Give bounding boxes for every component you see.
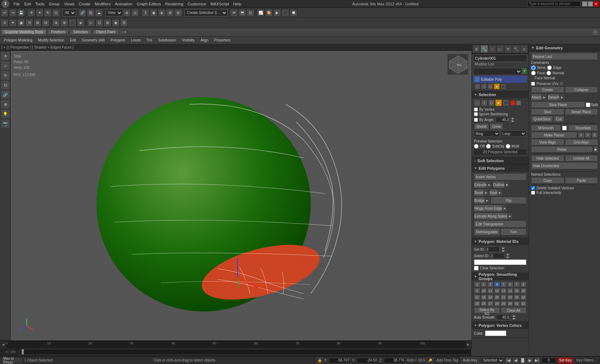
sg-16[interactable]: 16	[520, 288, 527, 294]
sg-1[interactable]: 1	[474, 281, 480, 287]
sel-border[interactable]: ⬡	[488, 100, 495, 106]
edit-triangulation-button[interactable]: Edit Triangulation	[474, 220, 526, 228]
ep-poly-icon[interactable]: ■	[494, 84, 500, 89]
graphite-tab-main[interactable]: Graphite Modeling Tools	[1, 29, 46, 35]
sg-32[interactable]: 32	[520, 301, 527, 306]
hinge-arrow[interactable]: ▶	[502, 205, 508, 212]
tb-icon4[interactable]: ⊟	[174, 9, 182, 17]
sg-11[interactable]: 11	[487, 288, 494, 294]
by-angle-checkbox[interactable]	[474, 118, 478, 122]
clear-all-button[interactable]: Clear All	[501, 307, 527, 314]
shrink-button[interactable]: Shrink	[474, 123, 489, 130]
tb-select[interactable]: ✛	[28, 9, 35, 17]
sub-tab-polygons[interactable]: Polygons	[108, 38, 128, 43]
constraint-face-label[interactable]: Face	[537, 71, 545, 75]
relax-button[interactable]: Relax	[531, 146, 593, 153]
menu-maxscript[interactable]: MAXScript	[208, 1, 231, 7]
preserve-uvs-label[interactable]: Preserve UVs	[536, 82, 559, 86]
tessellate-checkbox[interactable]	[562, 126, 567, 130]
sg-20[interactable]: 20	[494, 294, 500, 300]
flip-button[interactable]: Flip	[491, 197, 526, 204]
select-id-down[interactable]: ▼	[506, 256, 510, 259]
tb-3[interactable]: 3	[141, 9, 149, 17]
menu-modifiers[interactable]: Modifiers	[92, 1, 113, 7]
slice-plane-button[interactable]: Slice Plane	[531, 101, 585, 108]
attach-button[interactable]: Attach	[531, 94, 542, 101]
turn-button[interactable]: Turn	[501, 228, 527, 235]
sub-tab-polygon-modeling[interactable]: Polygon Modeling	[1, 38, 35, 43]
by-angle-label[interactable]: By Angle:	[479, 118, 494, 122]
preview-off-label[interactable]: Off	[480, 144, 485, 148]
tb2-14[interactable]: ◉	[112, 19, 120, 27]
set-id-down[interactable]: ▼	[501, 249, 505, 252]
ignore-backfacing-checkbox[interactable]	[474, 112, 478, 116]
snap-key-icon[interactable]: 🔑	[426, 357, 434, 364]
split-label[interactable]: Split	[591, 103, 598, 107]
lock-icon[interactable]: 🔒	[316, 357, 323, 364]
tb2-11[interactable]: ▷	[87, 19, 95, 27]
tb-undo[interactable]: ↩	[1, 9, 9, 17]
menu-tools[interactable]: Tools	[33, 1, 47, 7]
preview-multi-radio[interactable]	[506, 144, 510, 149]
panel-tab-display2[interactable]: 👁	[504, 45, 512, 53]
tb-redo[interactable]: ↪	[9, 9, 17, 17]
sg-3[interactable]: 3	[487, 281, 494, 287]
object-name-input[interactable]	[473, 55, 527, 62]
sub-tab-subdivision[interactable]: Subdivision	[155, 38, 179, 43]
menu-views[interactable]: Views	[62, 1, 76, 7]
play-last-btn[interactable]: ▶|	[534, 357, 540, 364]
vl-link[interactable]: 🔗	[1, 90, 10, 99]
inset-arrow[interactable]: ▶	[498, 189, 503, 196]
viewport[interactable]: x Total Polys:	[11, 51, 471, 340]
constraint-none-radio[interactable]	[531, 65, 536, 70]
bevel-arrow[interactable]: ▶	[484, 189, 489, 196]
panel-tab-motion[interactable]: ▷	[496, 45, 504, 53]
bridge-button[interactable]: Bridge	[474, 197, 485, 204]
cut-button[interactable]: Cut	[554, 116, 564, 122]
sg-17[interactable]: 17	[474, 294, 480, 300]
tb-align[interactable]: ⬒	[238, 9, 246, 17]
by-vertex-label[interactable]: By Vertex	[479, 108, 495, 111]
menu-edit[interactable]: Edit	[22, 1, 33, 7]
constraint-none-label[interactable]: None	[537, 66, 546, 70]
panel-tab-modify[interactable]: 🔧	[480, 45, 488, 53]
sg-12[interactable]: 12	[494, 288, 500, 294]
ep-border-icon[interactable]: ⬡	[488, 84, 493, 89]
vl-rotate[interactable]: ↻	[1, 71, 10, 80]
tb2-2[interactable]: ✦	[9, 19, 17, 27]
tb-graph[interactable]: 📈	[257, 9, 265, 17]
selection-section-header[interactable]: ▼ Selection	[472, 91, 529, 98]
outline-button[interactable]: Outline	[492, 181, 505, 188]
tb2-13[interactable]: ⊞	[104, 19, 111, 27]
tb2-10[interactable]: ◈	[77, 19, 85, 27]
soft-selection-header[interactable]: + Soft Selection	[472, 157, 529, 164]
grow-button[interactable]: Grow	[490, 123, 503, 130]
sel-edge[interactable]: /	[481, 100, 488, 106]
sg-29[interactable]: 29	[500, 301, 507, 306]
tb-link[interactable]: 🔗	[79, 9, 86, 17]
detach-arrow[interactable]: ▶	[560, 94, 565, 101]
auto-smooth-input[interactable]	[496, 314, 510, 320]
graphite-extra[interactable]: + ▾	[121, 30, 126, 34]
menu-file[interactable]: File	[11, 1, 22, 7]
tb-icon2[interactable]: ◈	[158, 9, 166, 17]
sg-18[interactable]: 18	[481, 294, 487, 300]
select-by-sg-button[interactable]: Select By SG	[474, 307, 500, 314]
sg-21[interactable]: 21	[500, 294, 507, 300]
sel-poly[interactable]: ■	[495, 100, 502, 106]
set-key-button[interactable]: Set Key	[558, 357, 574, 364]
graphite-tab-freeform[interactable]: Freeform	[48, 29, 69, 35]
paste-button[interactable]: Paste	[565, 177, 598, 184]
play-prev-btn[interactable]: ◀	[512, 357, 519, 364]
constraint-edge-label[interactable]: Edge	[553, 66, 561, 70]
extrude-spline-button[interactable]: Extrude Along Spline	[474, 213, 508, 220]
sg-26[interactable]: 26	[481, 301, 487, 306]
extrude-arrow[interactable]: ▶	[487, 181, 492, 188]
sg-6[interactable]: 6	[507, 281, 514, 287]
menu-customize[interactable]: Customize	[185, 1, 208, 7]
sg-27[interactable]: 27	[487, 301, 494, 306]
ep-edge-icon[interactable]: /	[481, 84, 487, 89]
tessellate-button[interactable]: Tessellate	[568, 125, 598, 131]
hide-unselected-button[interactable]: Hide Unselected	[531, 162, 598, 169]
tb-bind[interactable]: ☁	[95, 9, 103, 17]
